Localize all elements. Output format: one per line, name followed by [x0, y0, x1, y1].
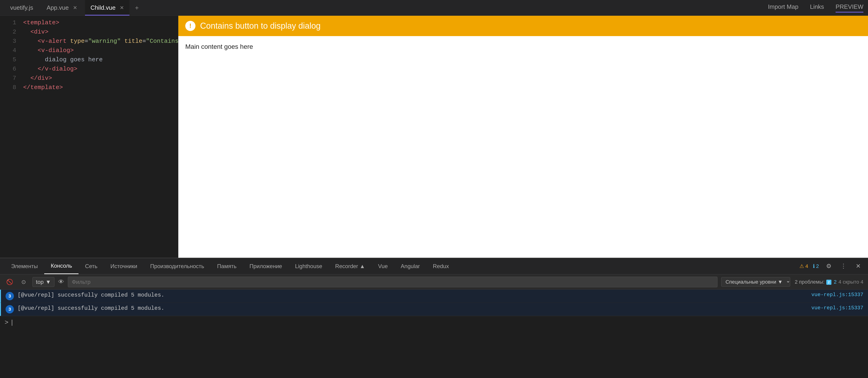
line-content-4: <v-dialog>	[23, 46, 174, 55]
alert-icon	[185, 21, 195, 31]
devtools-tab-recorder[interactable]: Recorder ▲	[329, 258, 371, 274]
problems-badge: 2 проблемы: 2 2 4 скрыто 4	[795, 279, 863, 285]
line-content-5: dialog goes here	[23, 55, 174, 64]
line-number-3: 3	[5, 37, 16, 46]
top-context-dropdown[interactable]: top ▼	[32, 277, 55, 287]
main-content-text: Main content goes here	[185, 43, 253, 50]
line-number-4: 4	[5, 46, 16, 55]
line-content-3: <v-alert type="warning" title="Contains …	[23, 37, 178, 46]
devtools-tab-elements[interactable]: Элементы	[5, 258, 44, 274]
problems-count: 2 2	[826, 279, 837, 285]
code-line-3: 3 <v-alert type="warning" title="Contain…	[0, 37, 178, 46]
console-cursor[interactable]: |	[11, 318, 13, 326]
line-content-8: </template>	[23, 83, 174, 92]
console-line-2: 3 [@vue/repl] successfully compiled 5 mo…	[0, 303, 868, 316]
preview-alert-header: Contains button to display dialog	[178, 16, 868, 36]
tab-label-vuetify: vuetify.js	[10, 4, 33, 11]
line-content-7: </div>	[23, 74, 174, 83]
console-input-line: > |	[0, 316, 868, 328]
console-source-2[interactable]: vue-repl.js:15337	[811, 305, 863, 311]
devtools-tab-memory[interactable]: Память	[211, 258, 243, 274]
close-child-vue-icon[interactable]: ✕	[120, 5, 124, 11]
line-content-2: <div>	[23, 27, 174, 37]
code-line-1: 1 <template>	[0, 18, 178, 27]
alert-title: Contains button to display dialog	[200, 21, 320, 31]
tab-label-child-vue: Child.vue	[91, 4, 116, 11]
line-content-1: <template>	[23, 18, 174, 27]
code-line-7: 7 </div>	[0, 74, 178, 83]
console-message-1: [@vue/repl] successfully compiled 5 modu…	[18, 292, 811, 298]
console-line-icon-1: 3	[5, 292, 14, 300]
warning-badge: ⚠ 4	[800, 263, 808, 269]
svg-text:2: 2	[828, 280, 830, 284]
devtools-tab-lighthouse[interactable]: Lighthouse	[288, 258, 329, 274]
devtools-tab-angular[interactable]: Angular	[394, 258, 426, 274]
devtools-tab-performance[interactable]: Производительность	[144, 258, 211, 274]
problems-label: 2 проблемы:	[795, 279, 825, 285]
preview-tab[interactable]: PREVIEW	[836, 3, 863, 12]
level-select[interactable]: Специальные уровни ▼	[721, 277, 790, 287]
console-source-1[interactable]: vue-repl.js:15337	[811, 292, 863, 298]
console-line-1: 3 [@vue/repl] successfully compiled 5 mo…	[0, 289, 868, 303]
devtools-more-icon[interactable]: ⋮	[838, 261, 848, 271]
add-tab-button[interactable]: +	[132, 3, 142, 13]
preview-body: Main content goes here	[178, 36, 868, 57]
line-number-8: 8	[5, 83, 16, 92]
devtools-tab-network[interactable]: Сеть	[79, 258, 104, 274]
console-line-icon-2: 3	[5, 305, 14, 313]
console-output[interactable]: 3 [@vue/repl] successfully compiled 5 mo…	[0, 289, 868, 378]
tab-vuetify[interactable]: vuetify.js	[5, 0, 39, 15]
tab-app-vue[interactable]: App.vue ✕	[41, 0, 83, 15]
tab-child-vue[interactable]: Child.vue ✕	[85, 0, 129, 15]
tab-label-app-vue: App.vue	[46, 4, 68, 11]
line-number-1: 1	[5, 18, 16, 27]
hidden-count: 4 скрыто 4	[839, 279, 863, 285]
line-content-6: </v-dialog>	[23, 64, 174, 74]
toolbar-right: Специальные уровни ▼ 2 проблемы: 2 2 4 с…	[721, 277, 863, 287]
filter-toggle-button[interactable]: ⊙	[19, 277, 29, 287]
code-line-5: 5 dialog goes here	[0, 55, 178, 64]
devtools-settings-icon[interactable]: ⚙	[824, 261, 834, 271]
console-prompt-icon: >	[5, 318, 8, 326]
clear-console-button[interactable]: 🚫	[5, 277, 15, 287]
code-line-8: 8 </template>	[0, 83, 178, 92]
console-message-2: [@vue/repl] successfully compiled 5 modu…	[18, 305, 811, 311]
devtools-tab-sources[interactable]: Источники	[104, 258, 144, 274]
devtools-tab-vue[interactable]: Vue	[372, 258, 394, 274]
preview-panel: Contains button to display dialog Main c…	[178, 16, 868, 258]
import-map-link[interactable]: Import Map	[768, 3, 799, 12]
devtools-close-icon[interactable]: ✕	[853, 261, 863, 271]
info-badge: ℹ 2	[813, 263, 819, 269]
devtools-tab-redux[interactable]: Redux	[426, 258, 455, 274]
line-number-7: 7	[5, 74, 16, 83]
tab-bar: vuetify.js App.vue ✕ Child.vue ✕ + Impor…	[0, 0, 868, 16]
devtools-tab-bar: Элементы Консоль Сеть Источники Производ…	[0, 258, 868, 274]
code-editor[interactable]: 1 <template> 2 <div> 3 <v-alert type="wa…	[0, 16, 178, 258]
devtools-tab-application[interactable]: Приложение	[243, 258, 288, 274]
main-area: 1 <template> 2 <div> 3 <v-alert type="wa…	[0, 16, 868, 258]
code-line-4: 4 <v-dialog>	[0, 46, 178, 55]
code-line-2: 2 <div>	[0, 27, 178, 37]
dropdown-arrow-icon: ▼	[45, 279, 51, 285]
devtools-toolbar: 🚫 ⊙ top ▼ 👁 Специальные уровни ▼ 2 пробл…	[0, 274, 868, 289]
links-link[interactable]: Links	[810, 3, 824, 12]
tab-bar-right: Import Map Links PREVIEW	[768, 3, 863, 12]
code-line-6: 6 </v-dialog>	[0, 64, 178, 74]
line-number-6: 6	[5, 64, 16, 74]
eye-button[interactable]: 👁	[58, 278, 64, 285]
top-label: top	[36, 279, 43, 285]
line-number-5: 5	[5, 55, 16, 64]
devtools-tab-console[interactable]: Консоль	[44, 258, 79, 274]
line-number-2: 2	[5, 27, 16, 37]
devtools-tab-bar-right: ⚠ 4 ℹ 2 ⚙ ⋮ ✕	[800, 261, 864, 271]
console-filter-input[interactable]	[68, 277, 717, 287]
close-app-vue-icon[interactable]: ✕	[73, 5, 77, 11]
devtools-panel: Элементы Консоль Сеть Источники Производ…	[0, 258, 868, 378]
